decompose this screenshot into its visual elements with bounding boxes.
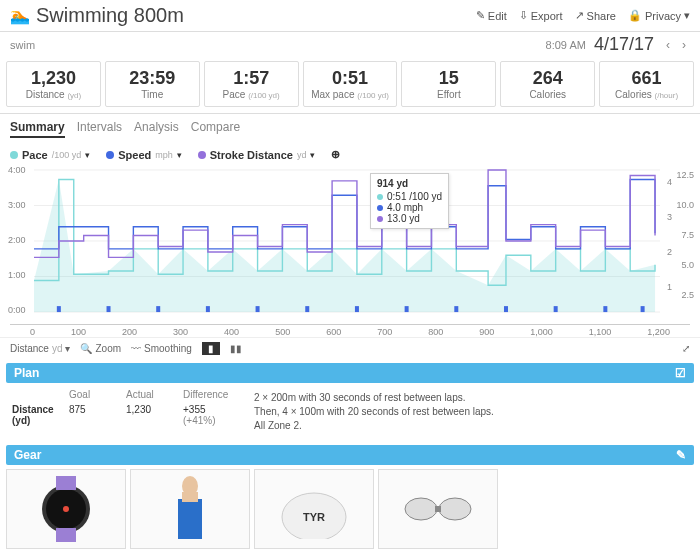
plan-toggle-icon: ☑ xyxy=(675,366,686,380)
svg-rect-11 xyxy=(355,306,359,312)
svg-rect-16 xyxy=(603,306,607,312)
activity-time: 8:09 AM xyxy=(546,39,586,51)
plan-row-label: Distance (yd) xyxy=(12,404,69,426)
next-button[interactable]: › xyxy=(678,36,690,54)
svg-rect-9 xyxy=(256,306,260,312)
metric-speed[interactable]: Speed mph ▾ xyxy=(106,149,182,161)
stat-effort: 15Effort xyxy=(401,61,496,107)
svg-rect-17 xyxy=(641,306,645,312)
export-button[interactable]: ⇩ Export xyxy=(519,9,563,22)
svg-rect-15 xyxy=(554,306,558,312)
metric-pace[interactable]: Pace /100 yd ▾ xyxy=(10,149,90,161)
svg-rect-6 xyxy=(107,306,111,312)
metric-stroke-distance[interactable]: Stroke Distance yd ▾ xyxy=(198,149,316,161)
view-toggle-1[interactable]: ▮ xyxy=(202,342,220,355)
plan-header[interactable]: Plan☑ xyxy=(6,363,694,383)
stat-max-pace: 0:51Max pace (/100 yd) xyxy=(303,61,398,107)
gear-item-watch[interactable] xyxy=(6,469,126,549)
add-metric-button[interactable]: ⊕ xyxy=(331,148,340,161)
tab-intervals[interactable]: Intervals xyxy=(77,120,122,138)
distance-dropdown[interactable]: Distance yd ▾ xyxy=(10,343,70,354)
activity-type: swim xyxy=(10,39,546,51)
gear-item-cap[interactable]: TYR xyxy=(254,469,374,549)
view-toggle-2[interactable]: ▮▮ xyxy=(230,343,242,354)
stat-calories: 264Calories xyxy=(500,61,595,107)
smoothing-button[interactable]: 〰 Smoothing xyxy=(131,343,192,354)
prev-button[interactable]: ‹ xyxy=(662,36,674,54)
share-button[interactable]: ↗ Share xyxy=(575,9,616,22)
chart[interactable]: 914 yd 0:51 /100 yd4.0 mph13.0 yd 4:003:… xyxy=(10,165,690,325)
edit-button[interactable]: ✎ Edit xyxy=(476,9,507,22)
svg-point-28 xyxy=(405,498,437,520)
svg-rect-23 xyxy=(178,499,202,539)
svg-point-22 xyxy=(63,506,69,512)
tab-analysis[interactable]: Analysis xyxy=(134,120,179,138)
gear-item-goggles[interactable] xyxy=(378,469,498,549)
svg-rect-21 xyxy=(56,528,76,542)
svg-point-29 xyxy=(439,498,471,520)
plan-description: 2 × 200m with 30 seconds of rest between… xyxy=(246,387,694,437)
tab-compare[interactable]: Compare xyxy=(191,120,240,138)
svg-text:TYR: TYR xyxy=(303,511,325,523)
svg-rect-25 xyxy=(182,492,198,502)
page-title: Swimming 800m xyxy=(36,4,476,27)
svg-rect-12 xyxy=(405,306,409,312)
chart-tooltip: 914 yd 0:51 /100 yd4.0 mph13.0 yd xyxy=(370,173,449,229)
svg-rect-5 xyxy=(57,306,61,312)
privacy-button[interactable]: 🔒 Privacy ▾ xyxy=(628,9,690,22)
gear-item-suit[interactable] xyxy=(130,469,250,549)
svg-rect-7 xyxy=(156,306,160,312)
svg-rect-20 xyxy=(56,476,76,490)
stat-time: 23:59Time xyxy=(105,61,200,107)
expand-button[interactable]: ⤢ xyxy=(682,343,690,354)
stat-pace: 1:57Pace (/100 yd) xyxy=(204,61,299,107)
stat-calories: 661Calories (/hour) xyxy=(599,61,694,107)
svg-rect-10 xyxy=(305,306,309,312)
svg-rect-8 xyxy=(206,306,210,312)
tab-summary[interactable]: Summary xyxy=(10,120,65,138)
swim-icon: 🏊 xyxy=(10,6,30,25)
gear-header[interactable]: Gear✎ xyxy=(6,445,694,465)
svg-rect-30 xyxy=(435,506,441,512)
svg-rect-13 xyxy=(454,306,458,312)
activity-date: 4/17/17 xyxy=(594,34,654,55)
stat-distance: 1,230Distance (yd) xyxy=(6,61,101,107)
zoom-button[interactable]: 🔍 Zoom xyxy=(80,343,121,354)
gear-edit-icon: ✎ xyxy=(676,448,686,462)
svg-rect-14 xyxy=(504,306,508,312)
